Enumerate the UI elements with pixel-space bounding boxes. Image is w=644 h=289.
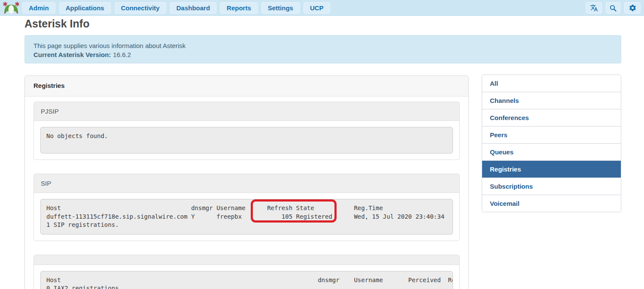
- page-title: Asterisk Info: [24, 18, 89, 30]
- iax2-section-body: Host dnsmgr Username Perceived Refresh S…: [34, 265, 459, 289]
- sip-section: SIP Host dnsmgr Username Refresh State R…: [33, 174, 460, 241]
- settings-gear-icon: [629, 4, 637, 12]
- tab-reports[interactable]: Reports: [220, 2, 258, 14]
- tab-settings[interactable]: Settings: [261, 2, 300, 14]
- sidebar-item-conferences[interactable]: Conferences: [482, 109, 621, 126]
- asterisk-info-page: Admin Applications Connectivity Dashboar…: [0, 0, 644, 289]
- iax2-section: Host dnsmgr Username Perceived Refresh S…: [33, 255, 460, 289]
- language-icon: [590, 4, 598, 12]
- info-alert: This page supplies various information a…: [24, 35, 621, 63]
- asterisk-version-row: Current Asterisk Version:16.6.2: [33, 50, 612, 59]
- registries-panel-title: Registries: [25, 76, 468, 96]
- registries-panel-body: PJSIP No objects found. SIP Host dnsmgr …: [25, 96, 468, 289]
- pjsip-section: PJSIP No objects found.: [33, 102, 460, 160]
- sidebar-item-channels[interactable]: Channels: [482, 92, 621, 109]
- version-value: 16.6.2: [113, 51, 131, 58]
- top-navbar: Admin Applications Connectivity Dashboar…: [0, 0, 644, 16]
- navbar-right-buttons: [586, 2, 641, 14]
- sidebar-item-registries[interactable]: Registries: [482, 160, 621, 178]
- pjsip-console-output: No objects found.: [40, 127, 453, 154]
- sip-console-output: Host dnsmgr Username Refresh State Reg.T…: [40, 199, 453, 235]
- sip-section-body: Host dnsmgr Username Refresh State Reg.T…: [34, 193, 459, 241]
- registries-panel: Registries PJSIP No objects found. SIP H…: [24, 75, 469, 289]
- search-icon: [609, 4, 617, 12]
- sidebar-item-peers[interactable]: Peers: [482, 126, 621, 143]
- tab-dashboard[interactable]: Dashboard: [170, 2, 216, 14]
- tab-connectivity[interactable]: Connectivity: [115, 2, 166, 14]
- version-label: Current Asterisk Version:: [33, 51, 111, 58]
- language-button[interactable]: [586, 2, 602, 14]
- search-button[interactable]: [606, 2, 620, 14]
- sidebar-item-voicemail[interactable]: Voicemail: [482, 195, 621, 212]
- nav-tabs: Admin Applications Connectivity Dashboar…: [22, 2, 330, 14]
- sip-section-header[interactable]: SIP: [34, 174, 459, 193]
- pjsip-section-header[interactable]: PJSIP: [34, 102, 459, 121]
- settings-button[interactable]: [624, 2, 641, 14]
- info-alert-text: This page supplies various information a…: [33, 41, 612, 50]
- tab-ucp[interactable]: UCP: [304, 2, 330, 14]
- iax2-section-header[interactable]: [34, 255, 459, 265]
- pjsip-section-body: No objects found.: [34, 121, 459, 160]
- info-type-list: All Channels Conferences Peers Queues Re…: [482, 75, 621, 212]
- sidebar-item-all[interactable]: All: [482, 75, 621, 92]
- tab-applications[interactable]: Applications: [59, 2, 111, 14]
- sidebar-item-queues[interactable]: Queues: [482, 143, 621, 160]
- iax2-console-output: Host dnsmgr Username Perceived Refresh S…: [40, 271, 453, 289]
- sidebar-item-subscriptions[interactable]: Subscriptions: [482, 178, 621, 195]
- freepbx-logo[interactable]: [0, 0, 22, 16]
- frog-logo-icon: [2, 1, 20, 14]
- tab-admin[interactable]: Admin: [22, 2, 55, 14]
